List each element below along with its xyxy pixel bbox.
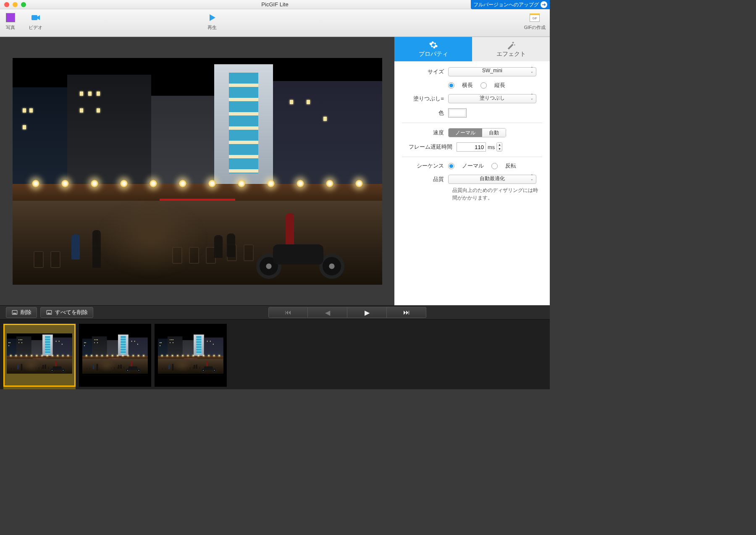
titlebar: PicGIF Lite フルバージョンへのアップグ ➜ — [0, 0, 550, 9]
delete-all-button[interactable]: すべてを削除 — [40, 307, 93, 318]
image-icon — [11, 309, 18, 315]
main-area: SUSHI-K — [0, 37, 550, 305]
create-gif-button[interactable]: GIF GIFの作成 — [524, 12, 546, 31]
speed-auto-button[interactable]: 自動 — [482, 129, 506, 137]
magic-wand-icon — [507, 40, 516, 50]
video-camera-icon — [29, 12, 42, 24]
quality-value: 自動最適化 — [480, 176, 505, 181]
quality-select[interactable]: 自動最適化 — [448, 175, 536, 184]
fill-label: 塗りつぶし= — [402, 95, 448, 102]
frame-nav: ⏮ ◀ ▶ ⏭ — [268, 307, 426, 318]
video-button[interactable]: ビデオ — [29, 12, 42, 31]
tab-effects[interactable]: エフェクト — [472, 37, 550, 61]
delete-button[interactable]: 削除 — [6, 307, 37, 318]
sequence-normal-label: ノーマル — [462, 162, 484, 170]
tab-properties[interactable]: プロパティ — [394, 37, 472, 61]
video-label: ビデオ — [29, 24, 42, 31]
delay-stepper[interactable]: ▲▼ — [496, 142, 502, 152]
gear-icon — [429, 40, 438, 50]
orientation-horizontal-label: 横長 — [462, 81, 473, 89]
motorcycle — [256, 233, 344, 279]
arrow-right-icon: ▶ — [365, 309, 370, 317]
play-icon — [206, 12, 218, 24]
frame-thumb[interactable]: SUSHI-K 1 — [3, 324, 76, 389]
sequence-reverse-label: 反転 — [505, 162, 516, 170]
delay-unit: ms — [488, 144, 495, 150]
arrow-left-icon: ◀ — [325, 309, 330, 317]
fill-value: 塗りつぶし — [480, 95, 505, 101]
photo-button[interactable]: 写真 — [4, 12, 17, 31]
size-label: サイズ — [402, 68, 448, 76]
photo-label: 写真 — [6, 24, 15, 31]
divider — [402, 157, 542, 157]
create-gif-label: GIFの作成 — [524, 24, 546, 31]
tab-effects-label: エフェクト — [496, 50, 526, 58]
skip-back-icon: ⏮ — [285, 309, 291, 316]
size-select[interactable]: SW_mini — [448, 67, 536, 76]
preview-image: SUSHI-K — [13, 58, 382, 285]
next-frame-button[interactable]: ▶ — [347, 307, 387, 318]
arrow-right-icon: ➜ — [541, 1, 547, 8]
delay-label: フレーム遅延時間 — [402, 143, 457, 151]
play-button[interactable]: 再生 — [206, 12, 218, 31]
upgrade-banner[interactable]: フルバージョンへのアップグ ➜ — [471, 0, 550, 9]
orientation-vertical-label: 縦長 — [494, 81, 505, 89]
color-well[interactable] — [448, 108, 467, 118]
motorcycle — [50, 365, 66, 372]
fill-select[interactable]: 塗りつぶし — [448, 94, 536, 103]
delete-all-label: すべてを削除 — [55, 309, 88, 316]
thumbnail-image: SUSHI-K — [155, 324, 227, 387]
gif-file-icon: GIF — [530, 13, 540, 22]
side-tabs: プロパティ エフェクト — [394, 37, 550, 61]
thumbnail-image: SUSHI-K — [3, 324, 76, 387]
stepper-up-icon[interactable]: ▲ — [497, 143, 502, 147]
first-frame-button[interactable]: ⏮ — [268, 307, 308, 318]
tab-properties-label: プロパティ — [419, 50, 448, 58]
frame-thumb[interactable]: SUSHI-K 3 — [155, 324, 227, 389]
properties-panel: サイズ SW_mini 横長 縦長 塗りつぶし= 塗りつぶし 色 — [394, 61, 550, 207]
motorcycle — [126, 365, 141, 372]
speed-label: 速度 — [402, 129, 448, 136]
sidebar: プロパティ エフェクト サイズ SW_mini 横長 縦長 — [394, 37, 550, 305]
divider — [402, 123, 542, 123]
motorcycle — [201, 365, 217, 372]
delay-input[interactable] — [457, 142, 486, 152]
svg-rect-0 — [32, 15, 37, 20]
thumbnail-image: SUSHI-K — [79, 324, 151, 387]
toolbar: 写真 ビデオ 再生 GIF GIFの作成 — [0, 9, 550, 37]
orientation-vertical-radio[interactable] — [480, 82, 487, 89]
speed-segmented: ノーマル 自動 — [448, 128, 506, 137]
quality-label: 品質 — [402, 176, 448, 183]
image-icon — [46, 309, 52, 315]
upgrade-label: フルバージョンへのアップグ — [473, 1, 539, 8]
delete-label: 削除 — [21, 309, 32, 316]
size-value: SW_mini — [482, 68, 502, 73]
stepper-down-icon[interactable]: ▼ — [497, 147, 502, 151]
window-title: PicGIF Lite — [0, 1, 550, 8]
sequence-reverse-radio[interactable] — [491, 163, 498, 169]
speed-normal-button[interactable]: ノーマル — [449, 129, 482, 137]
prev-frame-button[interactable]: ◀ — [308, 307, 347, 318]
canvas-area: SUSHI-K — [0, 37, 394, 305]
photo-icon — [6, 13, 15, 22]
filmstrip: SUSHI-K 1 — [0, 320, 550, 389]
last-frame-button[interactable]: ⏭ — [387, 307, 426, 318]
frame-thumb[interactable]: SUSHI-K 2 — [79, 324, 151, 389]
sequence-label: シーケンス — [402, 162, 448, 170]
sequence-normal-radio[interactable] — [448, 163, 454, 169]
lower-toolbar: 削除 すべてを削除 ⏮ ◀ ▶ ⏭ — [0, 305, 550, 320]
color-label: 色 — [402, 109, 448, 117]
quality-hint: 品質向上のためのディザリングには時間がかかります。 — [452, 186, 542, 202]
orientation-horizontal-radio[interactable] — [448, 82, 454, 89]
skip-forward-icon: ⏭ — [403, 309, 410, 316]
play-label: 再生 — [207, 24, 217, 31]
